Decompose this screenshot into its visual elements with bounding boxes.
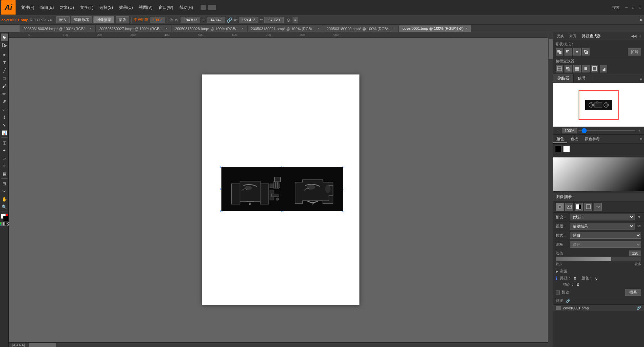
crop-btn[interactable] <box>582 65 590 72</box>
minus-back-btn[interactable] <box>600 65 607 72</box>
close-panel-btn[interactable]: × <box>639 34 642 38</box>
menu-edit[interactable]: 编辑(E) <box>38 4 56 12</box>
tab-pathfinder[interactable]: 路径查找器 <box>581 33 602 39</box>
mirror-tool[interactable]: ⇌ <box>1 106 8 113</box>
zoom-tool[interactable]: 🔍 <box>1 203 8 211</box>
tab-close-5[interactable]: × <box>465 27 467 30</box>
tab-4[interactable]: 200503180020.bmp* @ 100% (RGB/... × <box>323 25 399 32</box>
gradient-mode-btn[interactable] <box>2 222 6 226</box>
layers-button[interactable]: 蒙版 <box>116 16 129 23</box>
view-select[interactable]: 描摹结果 <box>570 223 635 230</box>
expand-shape-btn[interactable]: 扩展 <box>628 48 641 56</box>
gradient-tool[interactable]: ◫ <box>1 139 8 146</box>
zoom-in-btn[interactable]: ＋ <box>637 128 642 133</box>
trace-expand-icon[interactable] <box>594 203 602 211</box>
hand-tool[interactable]: ✋ <box>1 195 8 203</box>
color-tab-guide[interactable]: 颜色参考 <box>581 135 603 143</box>
blend-tool[interactable]: ∞ <box>1 154 8 162</box>
paintbrush-tool[interactable]: 🖌 <box>1 82 8 90</box>
filename-link-btn[interactable]: 🔗 <box>637 306 641 310</box>
vertical-scrollbar[interactable] <box>548 32 553 347</box>
menu-type[interactable]: 文字(T) <box>77 4 96 12</box>
trace-color-icon[interactable] <box>556 203 564 211</box>
tab-close-1[interactable]: × <box>166 27 168 30</box>
trace-button[interactable]: 描摹 <box>625 289 641 296</box>
menu-file[interactable]: 文件(F) <box>18 4 37 12</box>
white-swatch[interactable] <box>563 146 570 152</box>
horizontal-scrollbar[interactable] <box>9 342 548 347</box>
mode-select[interactable]: 黑白 <box>570 232 641 239</box>
page-first-btn[interactable]: |◀ <box>12 343 15 347</box>
trace-photo-icon[interactable] <box>565 203 573 211</box>
pen-tool[interactable]: ✒ <box>1 51 8 59</box>
trace-outline-icon[interactable] <box>584 203 592 211</box>
trim-btn[interactable] <box>565 65 572 72</box>
artboard-tool[interactable]: ⊞ <box>1 180 8 187</box>
type-tool[interactable]: T <box>1 59 8 66</box>
menu-window[interactable]: 窗口(W) <box>156 4 176 12</box>
threshold-slider[interactable] <box>556 257 641 261</box>
minus-front-btn[interactable] <box>565 48 572 56</box>
tab-1[interactable]: 200503180027.bmp* @ 100% (RGB/... × <box>95 25 171 32</box>
color-panel-menu[interactable]: ≡ <box>638 135 644 143</box>
h-scrollbar-thumb[interactable] <box>29 343 56 347</box>
page-next-btn[interactable]: ▶ <box>19 343 21 347</box>
embed-button[interactable]: 嵌入 <box>56 16 70 23</box>
minimize-button[interactable]: ─ <box>624 5 629 10</box>
rect-tool[interactable]: □ <box>1 74 8 82</box>
menu-object[interactable]: 对象(O) <box>57 4 76 12</box>
selected-image[interactable] <box>222 167 343 211</box>
menu-select[interactable]: 选择(S) <box>97 4 116 12</box>
merge-btn[interactable] <box>573 65 581 72</box>
black-swatch[interactable] <box>555 146 562 152</box>
menu-effect[interactable]: 效果(C) <box>116 4 136 12</box>
symbol-spray-tool[interactable]: ⁜ <box>1 162 8 170</box>
image-trace-button[interactable]: 图像描摹 <box>93 16 114 23</box>
tab-align[interactable]: 对齐 <box>568 33 578 39</box>
fill-stroke-widget[interactable] <box>1 214 8 221</box>
tab-close-2[interactable]: × <box>242 27 244 30</box>
y-input[interactable] <box>264 17 284 23</box>
view-eye-icon[interactable]: 👁 <box>637 224 641 229</box>
column-graph-tool[interactable]: ▦ <box>1 170 8 177</box>
menu-help[interactable]: 帮助(H) <box>177 4 196 12</box>
tab-transform[interactable]: 变换 <box>555 33 565 39</box>
menu-view[interactable]: 视图(V) <box>136 4 155 12</box>
preview-checkbox[interactable] <box>556 290 560 295</box>
zoom-slider[interactable] <box>578 130 635 131</box>
maximize-button[interactable]: □ <box>630 5 636 10</box>
height-input[interactable] <box>207 17 225 23</box>
trace-bw-icon[interactable] <box>575 203 583 211</box>
warp-tool[interactable]: ⌇ <box>1 113 8 121</box>
x-input[interactable] <box>239 17 258 23</box>
opacity-input[interactable] <box>150 17 165 23</box>
expand-btn[interactable]: ◀◀ <box>630 34 637 38</box>
color-tab-color[interactable]: 颜色 <box>553 135 567 143</box>
advanced-row[interactable]: ▶ 高级 <box>553 268 644 275</box>
scale-tool[interactable]: ⤡ <box>1 121 8 129</box>
page-last-btn[interactable]: ▶| <box>22 343 25 347</box>
tab-2[interactable]: 200503180028.bmp* @ 100% (RGB/... × <box>171 25 247 32</box>
select-tool[interactable] <box>1 34 8 41</box>
direct-select-tool[interactable] <box>1 41 8 49</box>
rotate-tool[interactable]: ↺ <box>1 98 8 105</box>
gradient-picker[interactable] <box>553 157 644 191</box>
canvas-area[interactable]: 0 100 200 300 400 500 600 700 800 900 |◀… <box>9 32 553 347</box>
intersect-btn[interactable] <box>573 48 581 56</box>
zoom-out-btn[interactable]: － <box>555 128 560 133</box>
tab-close-3[interactable]: × <box>317 27 319 30</box>
nav-expand-btn[interactable]: ≡ <box>640 77 642 81</box>
eyedropper-tool[interactable]: ✦ <box>1 147 8 154</box>
tab-close-4[interactable]: × <box>393 27 395 30</box>
scrollbar-thumb[interactable] <box>549 39 553 59</box>
line-tool[interactable]: ╱ <box>1 67 8 74</box>
signal-tab[interactable]: 信号 <box>574 74 590 83</box>
outline-btn[interactable] <box>591 65 598 72</box>
preset-select[interactable]: [默认] <box>570 214 635 220</box>
graph-tool[interactable]: 📊 <box>1 129 8 136</box>
threshold-input[interactable] <box>629 251 641 256</box>
page-prev-btn[interactable]: ◀ <box>16 343 18 347</box>
edit-original-button[interactable]: 编辑原稿 <box>71 16 92 23</box>
divide-btn[interactable] <box>556 65 563 72</box>
slice-tool[interactable]: ✂ <box>1 188 8 195</box>
